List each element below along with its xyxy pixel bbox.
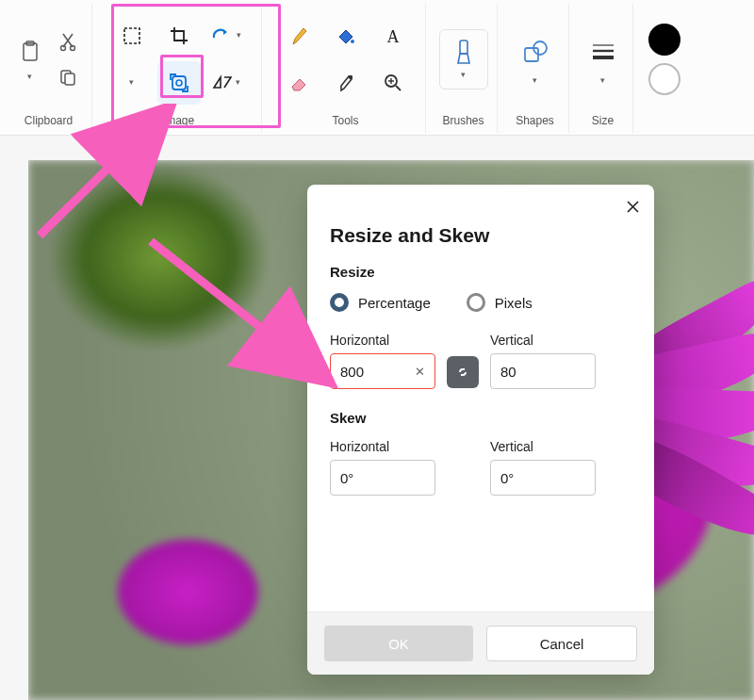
- dialog-title: Resize and Skew: [330, 224, 631, 247]
- shapes-button[interactable]: [516, 33, 554, 71]
- svg-rect-5: [65, 73, 74, 85]
- magnifier-tool[interactable]: [371, 61, 415, 105]
- chevron-down-icon[interactable]: ▾: [600, 76, 605, 85]
- skew-horizontal-input[interactable]: 0°: [330, 460, 435, 496]
- radio-percentage[interactable]: Percentage: [330, 293, 431, 312]
- resize-section-label: Resize: [330, 264, 631, 280]
- dialog-footer: OK Cancel: [307, 611, 654, 675]
- group-colors: [637, 4, 692, 133]
- select-button[interactable]: [110, 14, 154, 57]
- svg-rect-13: [460, 41, 467, 54]
- skew-section-label: Skew: [330, 410, 631, 426]
- ok-button[interactable]: OK: [324, 626, 473, 661]
- group-clipboard: ▾ Clipboard: [6, 4, 92, 133]
- size-button[interactable]: [584, 33, 622, 71]
- group-label: Image: [163, 114, 194, 127]
- horizontal-label: Horizontal: [330, 439, 435, 454]
- flip-button[interactable]: ▾: [205, 61, 248, 105]
- svg-text:A: A: [386, 27, 399, 45]
- crop-button[interactable]: [157, 14, 201, 57]
- svg-point-11: [348, 74, 352, 78]
- svg-point-8: [176, 80, 182, 86]
- copy-button[interactable]: [53, 62, 83, 92]
- button-label: OK: [388, 636, 409, 652]
- resize-horizontal-input[interactable]: 800 ✕: [330, 353, 435, 389]
- eraser-tool[interactable]: [277, 61, 320, 105]
- input-value: 0°: [500, 470, 514, 486]
- group-size: ▾ Size: [573, 4, 633, 133]
- text-tool[interactable]: A: [371, 14, 415, 57]
- chevron-down-icon[interactable]: ▾: [533, 76, 537, 85]
- svg-rect-7: [172, 76, 186, 90]
- group-label: Tools: [332, 114, 358, 127]
- pencil-tool[interactable]: [277, 14, 320, 57]
- clear-input-icon[interactable]: ✕: [415, 365, 425, 379]
- resize-skew-dialog: Resize and Skew Resize Percentage Pixels…: [307, 185, 654, 675]
- close-button[interactable]: [618, 192, 647, 220]
- horizontal-label: Horizontal: [330, 333, 435, 348]
- color-picker-tool[interactable]: [324, 61, 368, 105]
- input-value: 80: [500, 364, 516, 380]
- chevron-down-icon[interactable]: ▾: [27, 73, 32, 81]
- group-label: Size: [592, 114, 614, 127]
- radio-label: Pixels: [495, 295, 533, 311]
- radio-indicator-icon: [467, 293, 485, 312]
- button-label: Cancel: [540, 636, 584, 652]
- group-image: ▾ ▾ ▾ Image: [96, 4, 262, 133]
- cancel-button[interactable]: Cancel: [486, 626, 637, 661]
- vertical-label: Vertical: [490, 333, 596, 348]
- group-label: Brushes: [442, 114, 484, 127]
- skew-vertical-input[interactable]: 0°: [490, 460, 596, 496]
- radio-pixels[interactable]: Pixels: [467, 293, 533, 312]
- group-label: Shapes: [516, 114, 554, 127]
- fill-tool[interactable]: [324, 14, 368, 57]
- group-shapes: ▾ Shapes: [501, 4, 569, 133]
- vertical-label: Vertical: [490, 439, 596, 454]
- color1-swatch[interactable]: [648, 24, 680, 56]
- svg-rect-6: [124, 28, 139, 43]
- radio-indicator-icon: [330, 293, 349, 312]
- resize-vertical-input[interactable]: 80: [490, 353, 596, 389]
- rotate-button[interactable]: ▾: [205, 14, 248, 57]
- aspect-lock-button[interactable]: [447, 356, 479, 388]
- brushes-button[interactable]: ▾: [439, 29, 488, 90]
- group-label: Clipboard: [25, 114, 73, 127]
- radio-label: Percentage: [358, 295, 431, 311]
- cut-button[interactable]: [53, 26, 83, 57]
- resize-button[interactable]: [157, 61, 201, 105]
- paste-button[interactable]: [15, 37, 45, 67]
- select-chevron[interactable]: ▾: [110, 61, 154, 105]
- input-value: 800: [340, 364, 364, 380]
- ribbon-toolbar: ▾ Clipboard: [0, 0, 754, 136]
- group-brushes: ▾ Brushes: [430, 4, 498, 133]
- input-value: 0°: [340, 470, 353, 486]
- group-tools: A Tools: [266, 4, 426, 133]
- unit-radio-group: Percentage Pixels: [330, 293, 631, 312]
- svg-rect-14: [525, 48, 538, 61]
- group-label: [663, 114, 665, 127]
- color2-swatch[interactable]: [648, 63, 680, 95]
- svg-point-9: [351, 40, 354, 43]
